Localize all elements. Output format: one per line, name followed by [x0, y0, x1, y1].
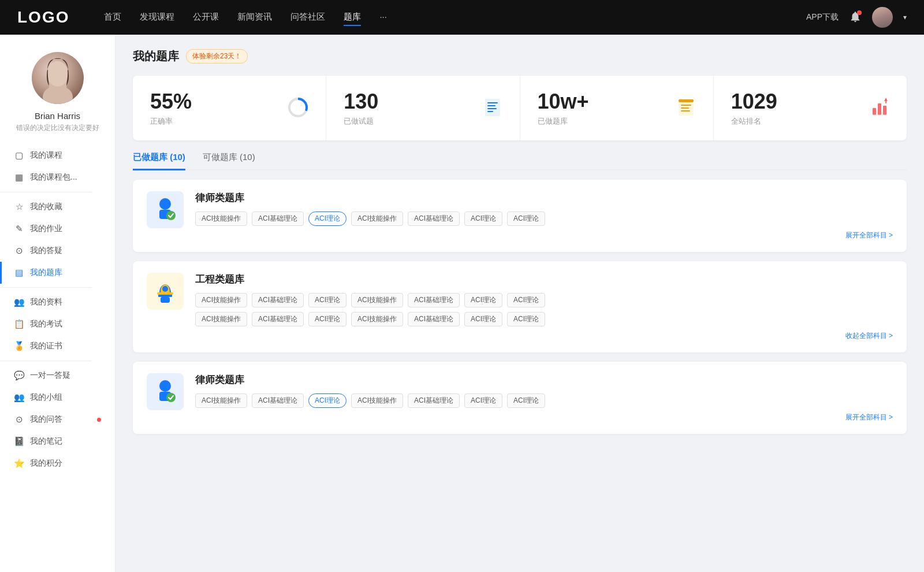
- stat-accuracy: 55% 正确率: [133, 76, 326, 140]
- sidebar-item-points[interactable]: ⭐ 我的积分: [0, 452, 115, 474]
- bank-tag[interactable]: ACI理论: [308, 293, 346, 307]
- bank-tag[interactable]: ACI理论: [464, 312, 502, 326]
- svg-rect-9: [487, 105, 495, 106]
- bank-tag[interactable]: ACI基础理论: [408, 312, 460, 326]
- sidebar-item-answers[interactable]: ⊙ 我的问答: [0, 408, 115, 430]
- sidebar-item-label: 我的问答: [30, 414, 91, 425]
- bank-tag[interactable]: ACI理论: [507, 293, 545, 307]
- bank-tag-selected[interactable]: ACI理论: [308, 211, 346, 226]
- sidebar-item-questionbank[interactable]: ▤ 我的题库: [0, 262, 115, 284]
- stat-done-value-wrap: 130 已做试题: [344, 90, 378, 127]
- bank-header: 工程类题库 ACI技能操作 ACI基础理论 ACI理论 ACI技能操作 ACI基…: [147, 273, 893, 341]
- nav-link-home[interactable]: 首页: [104, 9, 121, 26]
- svg-point-29: [159, 380, 171, 392]
- stat-value: 1029: [731, 90, 777, 114]
- bank-tag-selected[interactable]: ACI理论: [308, 393, 346, 408]
- pie-chart-icon: [288, 97, 308, 118]
- tab-done-banks[interactable]: 已做题库 (10): [133, 152, 185, 170]
- expand-button[interactable]: 展开全部科目 >: [195, 231, 893, 240]
- sidebar-item-coursepackage[interactable]: ▦ 我的课程包...: [0, 166, 115, 188]
- exam-icon: 📋: [14, 319, 24, 329]
- svg-rect-18: [878, 103, 881, 115]
- qa-icon: ⊙: [14, 246, 24, 256]
- bank-tag[interactable]: ACI理论: [464, 293, 502, 307]
- package-icon: ▦: [14, 172, 24, 183]
- tab-available-banks[interactable]: 可做题库 (10): [203, 152, 255, 170]
- done-questions-icon: [483, 98, 502, 119]
- svg-rect-15: [681, 107, 689, 109]
- nav-link-discover[interactable]: 发现课程: [140, 9, 174, 26]
- bank-tag[interactable]: ACI基础理论: [408, 293, 460, 307]
- sidebar-divider: [0, 192, 92, 192]
- expand-button-2[interactable]: 展开全部科目 >: [195, 413, 893, 422]
- bank-tag[interactable]: ACI基础理论: [252, 312, 304, 326]
- collapse-button[interactable]: 收起全部科目 >: [195, 331, 893, 341]
- bank-tags: ACI技能操作 ACI基础理论 ACI理论 ACI技能操作 ACI基础理论 AC…: [195, 211, 893, 226]
- bank-tag[interactable]: ACI理论: [507, 393, 545, 408]
- bank-title: 律师类题库: [195, 373, 893, 387]
- bank-tag[interactable]: ACI基础理论: [408, 211, 460, 226]
- rank-icon: [870, 98, 889, 119]
- bank-tag[interactable]: ACI基础理论: [408, 393, 460, 408]
- notification-bell[interactable]: [849, 10, 862, 25]
- sidebar-item-certificate[interactable]: 🏅 我的证书: [0, 335, 115, 357]
- bank-tag[interactable]: ACI技能操作: [351, 211, 403, 226]
- bank-tag[interactable]: ACI技能操作: [351, 393, 403, 408]
- bank-tag[interactable]: ACI基础理论: [252, 293, 304, 307]
- trial-badge: 体验剩余23天！: [186, 49, 248, 64]
- bank-tag[interactable]: ACI理论: [464, 211, 502, 226]
- nav-link-qa[interactable]: 问答社区: [290, 9, 325, 26]
- avatar-dropdown-caret[interactable]: ▾: [903, 13, 907, 21]
- bank-tag[interactable]: ACI理论: [464, 393, 502, 408]
- avatar-placeholder: [32, 52, 84, 104]
- sidebar-item-profile[interactable]: 👥 我的资料: [0, 291, 115, 313]
- sidebar-item-homework[interactable]: ✎ 我的作业: [0, 218, 115, 240]
- nav-right: APP下载 ▾: [806, 7, 907, 28]
- bank-tag[interactable]: ACI基础理论: [252, 211, 304, 226]
- nav-link-more[interactable]: ···: [379, 9, 387, 26]
- sidebar-item-mycourse[interactable]: ▢ 我的课程: [0, 144, 115, 166]
- svg-point-3: [47, 61, 68, 87]
- bank-tag[interactable]: ACI理论: [507, 211, 545, 226]
- accuracy-icon: [288, 97, 308, 120]
- svg-rect-16: [681, 110, 690, 112]
- stat-label: 全站排名: [731, 116, 777, 127]
- bank-tag[interactable]: ACI技能操作: [195, 211, 247, 226]
- bank-tag[interactable]: ACI技能操作: [351, 312, 403, 326]
- sidebar-item-notes[interactable]: 📓 我的笔记: [0, 430, 115, 452]
- stat-done-banks: 10w+ 已做题库: [520, 76, 714, 140]
- nav-link-news[interactable]: 新闻资讯: [237, 9, 272, 26]
- bank-section-engineer: 工程类题库 ACI技能操作 ACI基础理论 ACI理论 ACI技能操作 ACI基…: [133, 261, 907, 352]
- user-avatar[interactable]: [872, 7, 893, 28]
- stat-done-banks-wrap: 10w+ 已做题库: [538, 90, 589, 127]
- nav-link-opencourse[interactable]: 公开课: [193, 9, 219, 26]
- svg-rect-8: [487, 102, 498, 103]
- bank-tag[interactable]: ACI技能操作: [351, 293, 403, 307]
- sidebar-item-tutoring[interactable]: 💬 一对一答疑: [0, 365, 115, 387]
- sidebar-item-label: 我的小组: [30, 392, 101, 403]
- notification-dot: [857, 10, 862, 15]
- sidebar-item-favorites[interactable]: ☆ 我的收藏: [0, 196, 115, 218]
- svg-rect-19: [883, 106, 886, 115]
- sidebar-item-label: 我的答疑: [30, 246, 101, 256]
- sidebar-motto: 错误的决定比没有决定要好: [16, 123, 99, 133]
- bank-tag[interactable]: ACI技能操作: [195, 312, 247, 326]
- bank-tag[interactable]: ACI理论: [308, 312, 346, 326]
- stat-site-rank: 1029 全站排名: [714, 76, 907, 140]
- course-icon: ▢: [14, 150, 24, 161]
- bank-icon-engineer: [147, 273, 184, 310]
- bank-tag[interactable]: ACI理论: [507, 312, 545, 326]
- bank-tag[interactable]: ACI技能操作: [195, 293, 247, 307]
- logo[interactable]: LOGO: [17, 8, 69, 27]
- bank-tag[interactable]: ACI基础理论: [252, 393, 304, 408]
- bank-tag[interactable]: ACI技能操作: [195, 393, 247, 408]
- sidebar-item-qa[interactable]: ⊙ 我的答疑: [0, 240, 115, 262]
- svg-point-27: [162, 286, 168, 292]
- sidebar-item-label: 我的笔记: [30, 436, 101, 447]
- sidebar-item-group[interactable]: 👥 我的小组: [0, 387, 115, 408]
- sidebar-divider: [0, 361, 92, 361]
- sidebar-item-exam[interactable]: 📋 我的考试: [0, 313, 115, 335]
- list-icon: [676, 98, 696, 117]
- app-download-link[interactable]: APP下载: [806, 12, 839, 23]
- nav-link-questionbank[interactable]: 题库: [344, 9, 361, 26]
